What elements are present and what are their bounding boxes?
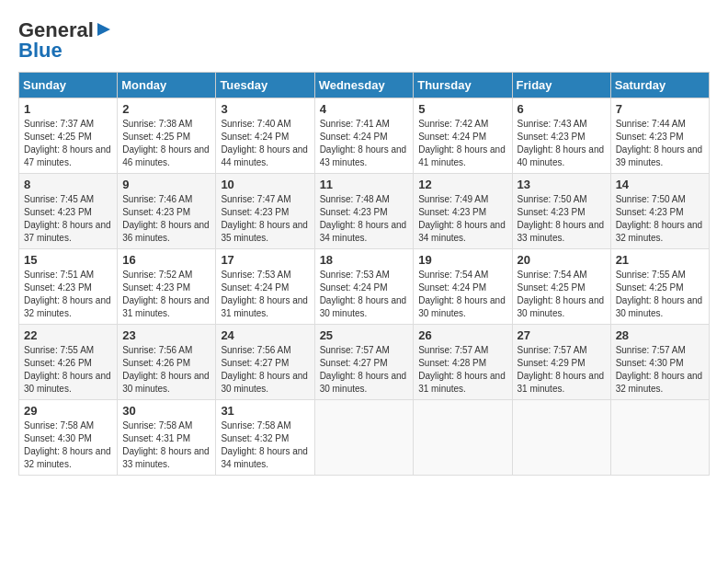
day-number: 24 [221, 328, 309, 342]
page-header: General Blue [18, 18, 710, 63]
day-number: 4 [320, 102, 409, 116]
day-number: 2 [122, 102, 210, 116]
calendar-cell: 29Sunrise: 7:58 AMSunset: 4:30 PMDayligh… [19, 400, 118, 476]
calendar-cell: 10Sunrise: 7:47 AMSunset: 4:23 PMDayligh… [216, 174, 314, 249]
day-info: Sunrise: 7:53 AMSunset: 4:24 PMDaylight:… [320, 269, 409, 320]
weekday-header-sunday: Sunday [19, 73, 118, 98]
day-info: Sunrise: 7:46 AMSunset: 4:23 PMDaylight:… [122, 193, 210, 245]
day-number: 11 [320, 178, 409, 191]
day-number: 5 [418, 102, 506, 116]
day-number: 17 [221, 253, 309, 267]
day-info: Sunrise: 7:42 AMSunset: 4:24 PMDaylight:… [418, 118, 506, 169]
day-info: Sunrise: 7:40 AMSunset: 4:24 PMDaylight:… [221, 118, 309, 169]
day-number: 12 [418, 178, 506, 191]
day-number: 27 [518, 328, 606, 342]
day-info: Sunrise: 7:44 AMSunset: 4:23 PMDaylight:… [616, 118, 704, 169]
day-number: 19 [418, 253, 506, 267]
day-number: 29 [24, 404, 112, 418]
calendar-cell: 23Sunrise: 7:56 AMSunset: 4:26 PMDayligh… [118, 325, 216, 400]
calendar-cell: 15Sunrise: 7:51 AMSunset: 4:23 PMDayligh… [19, 249, 118, 325]
day-info: Sunrise: 7:54 AMSunset: 4:25 PMDaylight:… [518, 269, 606, 320]
calendar-cell: 13Sunrise: 7:50 AMSunset: 4:23 PMDayligh… [512, 174, 610, 249]
calendar-cell: 2Sunrise: 7:38 AMSunset: 4:25 PMDaylight… [118, 98, 216, 174]
weekday-header-tuesday: Tuesday [216, 73, 314, 98]
calendar-cell: 5Sunrise: 7:42 AMSunset: 4:24 PMDaylight… [414, 98, 512, 174]
day-info: Sunrise: 7:45 AMSunset: 4:23 PMDaylight:… [24, 193, 112, 245]
day-info: Sunrise: 7:58 AMSunset: 4:32 PMDaylight:… [221, 419, 309, 471]
day-info: Sunrise: 7:37 AMSunset: 4:25 PMDaylight:… [24, 118, 112, 169]
logo-block: General Blue [18, 18, 112, 63]
calendar-week-1: 1Sunrise: 7:37 AMSunset: 4:25 PMDaylight… [19, 98, 710, 174]
calendar-week-3: 15Sunrise: 7:51 AMSunset: 4:23 PMDayligh… [19, 249, 710, 325]
calendar-cell: 16Sunrise: 7:52 AMSunset: 4:23 PMDayligh… [118, 249, 216, 325]
day-info: Sunrise: 7:55 AMSunset: 4:26 PMDaylight:… [24, 344, 112, 396]
day-number: 15 [24, 253, 112, 267]
calendar-cell: 6Sunrise: 7:43 AMSunset: 4:23 PMDaylight… [512, 98, 610, 174]
day-number: 13 [518, 178, 606, 191]
day-number: 6 [518, 102, 606, 116]
day-info: Sunrise: 7:41 AMSunset: 4:24 PMDaylight:… [320, 118, 409, 169]
day-info: Sunrise: 7:51 AMSunset: 4:23 PMDaylight:… [24, 269, 112, 320]
day-info: Sunrise: 7:56 AMSunset: 4:26 PMDaylight:… [122, 344, 210, 396]
weekday-header-saturday: Saturday [610, 73, 709, 98]
calendar-cell: 31Sunrise: 7:58 AMSunset: 4:32 PMDayligh… [216, 400, 314, 476]
day-number: 16 [122, 253, 210, 267]
logo: General Blue [18, 18, 112, 63]
day-number: 31 [221, 404, 309, 418]
calendar-cell: 27Sunrise: 7:57 AMSunset: 4:29 PMDayligh… [512, 325, 610, 400]
day-info: Sunrise: 7:53 AMSunset: 4:24 PMDaylight:… [221, 269, 309, 320]
calendar-cell [512, 400, 610, 476]
calendar-cell: 9Sunrise: 7:46 AMSunset: 4:23 PMDaylight… [118, 174, 216, 249]
day-number: 8 [24, 178, 112, 191]
day-info: Sunrise: 7:38 AMSunset: 4:25 PMDaylight:… [122, 118, 210, 169]
weekday-header-monday: Monday [118, 73, 216, 98]
day-number: 3 [221, 102, 309, 116]
day-info: Sunrise: 7:54 AMSunset: 4:24 PMDaylight:… [418, 269, 506, 320]
calendar-cell: 3Sunrise: 7:40 AMSunset: 4:24 PMDaylight… [216, 98, 314, 174]
day-number: 26 [418, 328, 506, 342]
day-info: Sunrise: 7:47 AMSunset: 4:23 PMDaylight:… [221, 193, 309, 245]
day-info: Sunrise: 7:55 AMSunset: 4:25 PMDaylight:… [616, 269, 704, 320]
calendar-cell [314, 400, 414, 476]
day-info: Sunrise: 7:57 AMSunset: 4:29 PMDaylight:… [518, 344, 606, 396]
calendar-week-2: 8Sunrise: 7:45 AMSunset: 4:23 PMDaylight… [19, 174, 710, 249]
day-number: 14 [616, 178, 704, 191]
calendar-cell: 30Sunrise: 7:58 AMSunset: 4:31 PMDayligh… [118, 400, 216, 476]
calendar-cell: 26Sunrise: 7:57 AMSunset: 4:28 PMDayligh… [414, 325, 512, 400]
day-number: 21 [616, 253, 704, 267]
day-info: Sunrise: 7:56 AMSunset: 4:27 PMDaylight:… [221, 344, 309, 396]
calendar-cell: 12Sunrise: 7:49 AMSunset: 4:23 PMDayligh… [414, 174, 512, 249]
day-number: 7 [616, 102, 704, 116]
weekday-header-wednesday: Wednesday [314, 73, 414, 98]
day-info: Sunrise: 7:57 AMSunset: 4:30 PMDaylight:… [616, 344, 704, 396]
day-info: Sunrise: 7:48 AMSunset: 4:23 PMDaylight:… [320, 193, 409, 245]
calendar-cell: 28Sunrise: 7:57 AMSunset: 4:30 PMDayligh… [610, 325, 709, 400]
day-number: 30 [122, 404, 210, 418]
day-number: 20 [518, 253, 606, 267]
calendar-cell: 14Sunrise: 7:50 AMSunset: 4:23 PMDayligh… [610, 174, 709, 249]
calendar-cell: 1Sunrise: 7:37 AMSunset: 4:25 PMDaylight… [19, 98, 118, 174]
day-info: Sunrise: 7:52 AMSunset: 4:23 PMDaylight:… [122, 269, 210, 320]
day-number: 18 [320, 253, 409, 267]
calendar-cell: 24Sunrise: 7:56 AMSunset: 4:27 PMDayligh… [216, 325, 314, 400]
calendar-cell [414, 400, 512, 476]
day-number: 23 [122, 328, 210, 342]
day-info: Sunrise: 7:50 AMSunset: 4:23 PMDaylight:… [518, 193, 606, 245]
day-info: Sunrise: 7:57 AMSunset: 4:27 PMDaylight:… [320, 344, 409, 396]
calendar-cell: 17Sunrise: 7:53 AMSunset: 4:24 PMDayligh… [216, 249, 314, 325]
weekday-header-friday: Friday [512, 73, 610, 98]
day-info: Sunrise: 7:58 AMSunset: 4:30 PMDaylight:… [24, 419, 112, 471]
calendar-week-5: 29Sunrise: 7:58 AMSunset: 4:30 PMDayligh… [19, 400, 710, 476]
day-number: 25 [320, 328, 409, 342]
calendar-cell: 11Sunrise: 7:48 AMSunset: 4:23 PMDayligh… [314, 174, 414, 249]
day-number: 1 [24, 102, 112, 116]
day-info: Sunrise: 7:49 AMSunset: 4:23 PMDaylight:… [418, 193, 506, 245]
day-info: Sunrise: 7:43 AMSunset: 4:23 PMDaylight:… [518, 118, 606, 169]
day-number: 22 [24, 328, 112, 342]
calendar-cell: 7Sunrise: 7:44 AMSunset: 4:23 PMDaylight… [610, 98, 709, 174]
day-info: Sunrise: 7:57 AMSunset: 4:28 PMDaylight:… [418, 344, 506, 396]
calendar-cell: 4Sunrise: 7:41 AMSunset: 4:24 PMDaylight… [314, 98, 414, 174]
day-number: 28 [616, 328, 704, 342]
calendar-cell: 20Sunrise: 7:54 AMSunset: 4:25 PMDayligh… [512, 249, 610, 325]
day-number: 10 [221, 178, 309, 191]
